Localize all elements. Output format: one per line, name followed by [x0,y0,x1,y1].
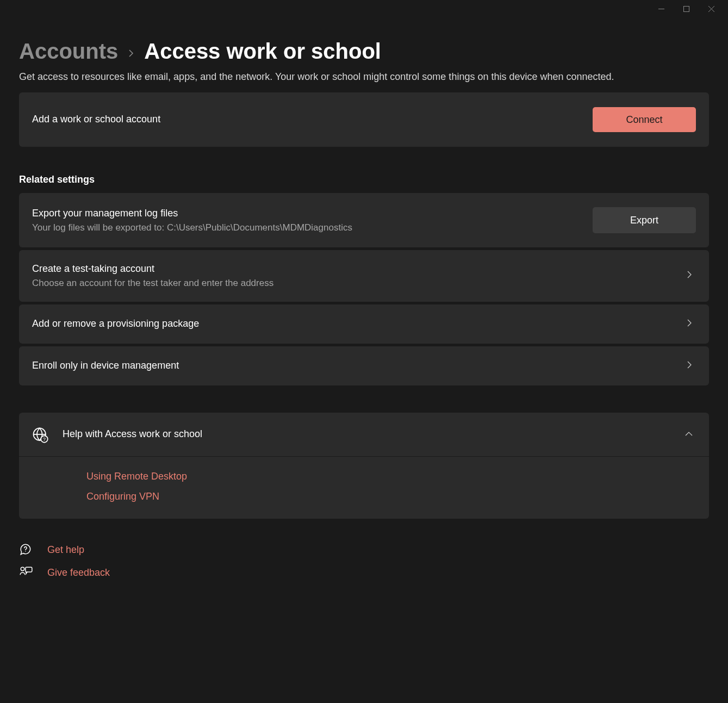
help-expander-header[interactable]: ? Help with Access work or school [19,413,709,457]
get-help-link[interactable]: Get help [19,543,709,557]
export-logs-title: Export your management log files [32,207,593,220]
test-taking-subtitle: Choose an account for the test taker and… [32,277,686,290]
provisioning-package-item[interactable]: Add or remove a provisioning package [19,304,709,344]
svg-point-6 [21,568,24,571]
titlebar [0,0,728,17]
globe-help-icon: ? [32,427,47,442]
help-icon [19,543,33,557]
enroll-device-management-item[interactable]: Enroll only in device management [19,346,709,385]
minimize-button[interactable] [649,0,674,17]
connect-button[interactable]: Connect [593,107,696,132]
maximize-button[interactable] [674,0,699,17]
svg-rect-7 [26,568,32,573]
help-link-vpn[interactable]: Configuring VPN [86,490,696,503]
close-button[interactable] [699,0,724,17]
help-link-remote-desktop[interactable]: Using Remote Desktop [86,470,696,483]
related-settings-header: Related settings [19,174,709,185]
svg-rect-1 [683,6,689,11]
give-feedback-link[interactable]: Give feedback [19,565,709,580]
export-logs-card: Export your management log files Your lo… [19,193,709,247]
export-button[interactable]: Export [593,207,696,233]
breadcrumb-parent[interactable]: Accounts [19,39,118,64]
help-title: Help with Access work or school [63,427,202,441]
svg-rect-0 [658,9,664,9]
enroll-title: Enroll only in device management [32,359,686,372]
add-account-card: Add a work or school account Connect [19,92,709,147]
get-help-label: Get help [47,544,84,556]
chevron-right-icon [127,46,135,61]
chevron-right-icon [686,361,693,371]
breadcrumb: Accounts Access work or school [19,28,709,64]
chevron-right-icon [686,319,693,329]
test-taking-title: Create a test-taking account [32,262,686,276]
svg-point-5 [25,551,26,552]
add-account-label: Add a work or school account [32,113,593,126]
help-section: ? Help with Access work or school Using … [19,413,709,519]
export-logs-subtitle: Your log files will be exported to: C:\U… [32,221,593,234]
help-expander-body: Using Remote Desktop Configuring VPN [19,457,709,519]
page-description: Get access to resources like email, apps… [19,71,709,83]
chevron-up-icon [685,430,693,439]
footer-links: Get help Give feedback [19,543,709,580]
svg-text:?: ? [43,437,46,442]
provisioning-title: Add or remove a provisioning package [32,317,686,331]
give-feedback-label: Give feedback [47,567,110,578]
chevron-right-icon [686,271,693,281]
test-taking-account-item[interactable]: Create a test-taking account Choose an a… [19,250,709,302]
page-title: Access work or school [144,39,381,64]
feedback-icon [19,565,33,580]
